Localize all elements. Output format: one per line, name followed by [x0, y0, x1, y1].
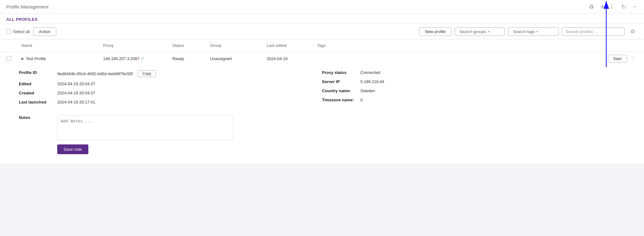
chevron-down-icon-2: ▾: [536, 30, 538, 33]
notes-row: Notes Save note: [19, 115, 625, 154]
settings-icon[interactable]: ⚙: [628, 26, 638, 37]
more-options-icon[interactable]: ⋮: [628, 54, 638, 63]
row-actions: Start ⋮: [608, 54, 638, 63]
select-all-checkbox[interactable]: [6, 29, 11, 34]
col-status: Status: [172, 42, 210, 49]
edited-value: 2024-04-19 20:04:37: [57, 81, 95, 86]
date-cell: 2024-04-19: [267, 56, 317, 61]
notes-section: Notes Save note: [0, 115, 644, 164]
search-profiles-input[interactable]: Search profiles ....: [562, 27, 625, 36]
last-launched-label: Last launched: [19, 100, 53, 104]
country-name-label: Country name:: [322, 88, 357, 93]
copy-button[interactable]: Copy: [138, 70, 156, 77]
col-name: Name: [21, 42, 103, 49]
server-ip-row: Server IP 5.188.216.94: [322, 79, 619, 84]
last-launched-row: Last launched 2024-04-19 20:17:41: [19, 100, 316, 104]
chevron-down-icon: ▾: [488, 30, 490, 33]
row-checkbox[interactable]: [6, 56, 11, 61]
edited-label: Edited: [19, 81, 53, 86]
proxy-connected-icon: ✓: [141, 56, 145, 61]
profile-id-row: Profile ID 9ed8494b-85c6-4692-b46d-4eb69…: [19, 70, 316, 77]
proxy-status-value: Connected: [360, 70, 380, 75]
search-tags-dropdown[interactable]: Search tags ▾: [508, 27, 558, 36]
col-checkbox: [6, 42, 21, 49]
section-title: ALL PROFILES: [0, 14, 644, 24]
proxy-status-row: Proxy status Connected: [322, 70, 619, 75]
notes-label: Notes: [19, 115, 53, 120]
edited-row: Edited 2024-04-19 20:04:37: [19, 81, 316, 86]
proxy-status-label: Proxy status: [322, 70, 357, 75]
search-tags-label: Search tags: [513, 29, 535, 34]
select-all-label: Select all: [13, 29, 30, 34]
action-button[interactable]: Action: [33, 27, 56, 36]
detail-right: Proxy status Connected Server IP 5.188.2…: [322, 70, 625, 109]
profile-detail: Profile ID 9ed8494b-85c6-4692-b46d-4eb69…: [0, 65, 644, 115]
last-launched-value: 2024-04-19 20:17:41: [57, 100, 95, 104]
select-all-wrap[interactable]: Select all: [6, 29, 30, 34]
profile-id-value: 9ed8494b-85c6-4692-b46d-4eb69f7bc50f Cop…: [57, 70, 156, 77]
created-row: Created 2024-04-19 20:04:37: [19, 91, 316, 95]
col-last-edited: Last edited: [267, 42, 317, 49]
search-groups-dropdown[interactable]: Search groups ▾: [455, 27, 505, 36]
timezone-name-label: Timezone name:: [322, 98, 357, 102]
col-group: Group: [210, 42, 267, 49]
table-row[interactable]: ▶ Test Profile 146.185.207.3:2087 ✓ Read…: [0, 52, 644, 65]
new-profile-button[interactable]: New profile: [419, 27, 452, 36]
proxy-address: 146.185.207.3:2087: [103, 56, 140, 61]
save-note-button[interactable]: Save note: [57, 144, 88, 154]
country-name-value: Sweden: [360, 88, 375, 93]
created-label: Created: [19, 91, 53, 95]
timezone-name-row: Timezone name: 0: [322, 98, 619, 102]
header-icons: ♻ ✈ ☾ ↻ →: [588, 3, 638, 10]
proxy-cell: 146.185.207.3:2087 ✓: [103, 56, 172, 61]
created-value: 2024-04-19 20:04:37: [57, 91, 95, 95]
app-title: Profile Management: [6, 4, 48, 9]
refresh-icon[interactable]: ↻: [620, 3, 627, 10]
moon-icon[interactable]: ☾: [609, 3, 616, 10]
profile-name-cell: ▶ Test Profile: [21, 56, 103, 61]
logout-icon[interactable]: →: [631, 3, 638, 10]
profile-name: Test Profile: [26, 56, 46, 61]
telegram-icon[interactable]: ✈: [599, 3, 606, 10]
server-ip-value: 5.188.216.94: [360, 79, 384, 84]
col-proxy: Proxy: [103, 42, 172, 49]
app-header: Profile Management ♻ ✈ ☾ ↻ →: [0, 0, 644, 14]
start-button[interactable]: Start: [608, 55, 627, 63]
profile-id-label: Profile ID: [19, 70, 53, 75]
search-groups-label: Search groups: [459, 29, 486, 34]
group-cell: Unassigned: [210, 56, 267, 61]
profile-row-wrapper: ▶ Test Profile 146.185.207.3:2087 ✓ Read…: [0, 52, 644, 164]
notes-input-wrap: Save note: [57, 115, 233, 154]
recycle-icon[interactable]: ♻: [588, 3, 595, 10]
toolbar: Select all Action New profile Search gro…: [0, 24, 644, 39]
timezone-name-value: 0: [360, 98, 363, 102]
server-ip-label: Server IP: [322, 79, 357, 84]
expand-arrow-icon[interactable]: ▶: [21, 57, 24, 61]
col-tags: Tags: [317, 42, 638, 49]
country-name-row: Country name: Sweden: [322, 88, 619, 93]
detail-left: Profile ID 9ed8494b-85c6-4692-b46d-4eb69…: [19, 70, 322, 109]
table-container: Name Proxy Status Group Last edited Tags…: [0, 39, 644, 164]
table-header: Name Proxy Status Group Last edited Tags: [0, 39, 644, 52]
search-profiles-placeholder: Search profiles ....: [566, 29, 599, 34]
status-cell: Ready: [172, 56, 210, 61]
notes-textarea[interactable]: [57, 115, 233, 140]
